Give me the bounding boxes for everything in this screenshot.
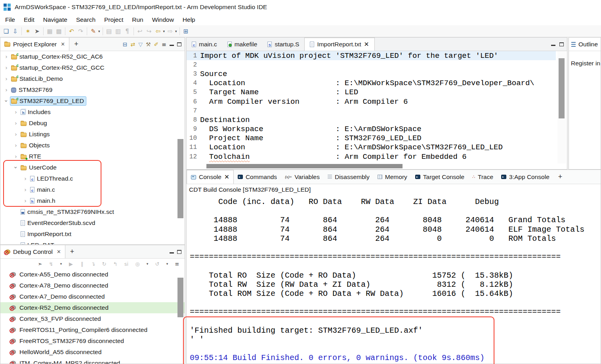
tree-expander-icon[interactable]: › bbox=[22, 198, 29, 204]
close-icon[interactable]: ✕ bbox=[224, 173, 229, 181]
tree-item[interactable]: EventRecorderStub.scvd bbox=[0, 217, 185, 229]
tab-debug-control[interactable]: Debug Control ✕ bbox=[0, 245, 65, 258]
annotate-icon-dropdown-arrow[interactable]: ▾ bbox=[98, 29, 100, 33]
tree-item[interactable]: cmsis_rte_STM32F769NIHx.sct bbox=[0, 206, 185, 217]
editor-line[interactable]: 3Source bbox=[187, 69, 556, 78]
editor-tab-startup-s[interactable]: startup.S bbox=[262, 38, 304, 51]
tree-item-body[interactable]: main.h bbox=[29, 196, 58, 206]
tab-project-explorer[interactable]: Project Explorer ✕ bbox=[0, 38, 69, 51]
tree-item-body[interactable]: ImportReport.txt bbox=[19, 229, 74, 239]
view-menu-icon[interactable]: ≡ bbox=[174, 259, 181, 269]
build-hammer-icon[interactable]: ⚒ bbox=[146, 41, 151, 48]
step-over-icon[interactable]: ↴ bbox=[90, 259, 97, 269]
console-output[interactable]: Code (inc. data) RO Data RW Data ZI Data… bbox=[187, 195, 601, 364]
tree-item[interactable]: ›main.c bbox=[0, 184, 185, 195]
tree-item[interactable]: ›STM32F769_LED_LED bbox=[0, 95, 185, 107]
console-tab-commands[interactable]: Commands bbox=[234, 170, 281, 184]
menu-navigate[interactable]: Navigate bbox=[39, 15, 72, 25]
debug-list-scrollbar[interactable] bbox=[177, 278, 183, 317]
editor-line[interactable]: 1Import of MDK uVision project 'STM32F76… bbox=[187, 51, 556, 60]
editor-vscroll-track[interactable] bbox=[557, 51, 566, 164]
annotate-icon[interactable]: ✎ bbox=[89, 27, 98, 36]
editor-line[interactable]: 7 bbox=[187, 106, 556, 115]
tree-item-body[interactable]: StaticLib_Demo bbox=[10, 74, 65, 84]
console-tab-target-console[interactable]: Target Console bbox=[411, 170, 468, 184]
menu-run[interactable]: Run bbox=[128, 15, 147, 25]
debug-launch-icon[interactable]: ✶ bbox=[23, 27, 32, 36]
tree-item-body[interactable]: UserCode bbox=[19, 163, 59, 172]
close-icon[interactable]: ✕ bbox=[364, 41, 369, 48]
tree-item[interactable]: ›Objects bbox=[0, 140, 185, 151]
console-tab-trace[interactable]: ∴Trace bbox=[468, 170, 497, 184]
debug-target-row[interactable]: Cortex_53_FVP disconnected bbox=[0, 313, 185, 324]
clean-icon[interactable]: ✐ bbox=[154, 41, 159, 48]
new-view-tab-button[interactable]: + bbox=[69, 38, 83, 51]
tree-item-body[interactable]: Debug bbox=[19, 118, 50, 128]
tree-item[interactable]: ›startup_Cortex-R52_GIC_AC6 bbox=[0, 51, 185, 62]
editor-content[interactable]: 1Import of MDK uVision project 'STM32F76… bbox=[187, 51, 556, 161]
editor-line[interactable]: 10 Project Name : STM32F769_LED_LED bbox=[187, 134, 556, 143]
forward-icon[interactable]: ⇨ bbox=[166, 27, 175, 36]
debug-target-row[interactable]: FreeRTOS11_Porting_Compiler6 disconnecte… bbox=[0, 324, 185, 335]
restart-icon[interactable]: ↺ bbox=[154, 259, 161, 269]
tree-expander-icon[interactable]: › bbox=[12, 109, 19, 115]
save-icon[interactable]: ▦ bbox=[45, 27, 54, 36]
editor-line[interactable]: 5 Target Name : LED bbox=[187, 88, 556, 97]
tree-item[interactable]: ›STM32F769 bbox=[0, 84, 185, 95]
tree-item-body[interactable]: startup_Cortex-R52_GIC_AC6 bbox=[10, 52, 105, 61]
menu-help[interactable]: Help bbox=[178, 15, 200, 25]
editor-line[interactable]: 11 Location : E:\ArmDSWorkSpace\STM32F76… bbox=[187, 143, 556, 152]
tree-expander-icon[interactable]: › bbox=[3, 87, 10, 93]
console-tab-memory[interactable]: Memory bbox=[374, 170, 411, 184]
back-icon[interactable]: ⇦ bbox=[154, 27, 163, 36]
tree-item-body[interactable]: Listings bbox=[19, 130, 52, 139]
view-menu-icon[interactable]: ≡ bbox=[162, 41, 166, 48]
disconnect-icon[interactable]: ↯ bbox=[48, 259, 55, 269]
redo-icon[interactable]: ↷ bbox=[76, 27, 85, 36]
debug-target-row[interactable]: HelloWorld_A55 disconnected bbox=[0, 347, 185, 358]
maximize-icon[interactable] bbox=[177, 42, 181, 46]
tree-expander-icon[interactable]: › bbox=[3, 97, 10, 105]
new-view-tab-button[interactable]: + bbox=[65, 245, 79, 258]
tree-item[interactable]: ›main.h bbox=[0, 195, 185, 206]
tree-item-body[interactable]: LEDThread.c bbox=[29, 174, 75, 183]
tree-item[interactable]: ›Debug bbox=[0, 118, 185, 129]
tree-expander-icon[interactable]: › bbox=[3, 65, 10, 71]
tree-expander-icon[interactable]: › bbox=[3, 53, 10, 60]
tree-item-body[interactable]: STM32F769 bbox=[10, 85, 55, 95]
close-icon[interactable]: ✕ bbox=[57, 249, 61, 255]
menu-edit[interactable]: Edit bbox=[19, 15, 39, 25]
tree-item[interactable]: ›StaticLib_Demo bbox=[0, 73, 185, 84]
console-tab-disassembly[interactable]: Disassembly bbox=[324, 170, 374, 184]
continue-icon[interactable]: ▶ bbox=[67, 259, 74, 269]
debug-target-row[interactable]: FreeRTOS_STM32F769 disconnected bbox=[0, 335, 185, 347]
console-tab-console[interactable]: Console✕ bbox=[187, 170, 234, 184]
debug-target-row[interactable]: Cortex-A7_Demo disconnected bbox=[0, 291, 185, 302]
close-icon[interactable]: ✕ bbox=[61, 41, 65, 47]
project-tree-scrollbar[interactable] bbox=[177, 139, 183, 218]
tree-item[interactable]: LED_BAT bbox=[0, 240, 185, 244]
tree-expander-icon[interactable]: › bbox=[12, 120, 19, 126]
open-element-icon[interactable]: ▤ bbox=[105, 27, 114, 36]
editor-line[interactable]: 2 bbox=[187, 60, 556, 69]
pause-icon[interactable]: ∥ bbox=[78, 259, 86, 269]
menu-window[interactable]: Window bbox=[148, 15, 178, 25]
open-perspective-icon[interactable]: ⊞ bbox=[181, 27, 191, 36]
connect-target-icon[interactable]: ➣ bbox=[36, 259, 44, 269]
console-tab-variables[interactable]: (x)=Variables bbox=[281, 170, 324, 184]
tree-item[interactable]: ›LEDThread.c bbox=[0, 173, 185, 184]
new-file-icon[interactable]: ❏ bbox=[2, 27, 11, 36]
editor-line[interactable]: 9 DS Workspace : E:\ArmDSWorkSpace bbox=[187, 125, 556, 134]
editor-line[interactable]: 8Destination bbox=[187, 115, 556, 124]
tree-selection[interactable]: STM32F769_LED_LED bbox=[10, 96, 86, 106]
minimize-icon[interactable] bbox=[170, 250, 174, 253]
tree-item[interactable]: ›RTE bbox=[0, 151, 185, 162]
open-resource-icon[interactable]: ▥ bbox=[114, 27, 123, 36]
tree-item-body[interactable]: startup_Cortex-R52_GIC_GCC bbox=[10, 63, 107, 72]
save-all-icon[interactable]: ▩ bbox=[54, 27, 63, 36]
menu-file[interactable]: File bbox=[1, 15, 19, 25]
breakpoint-menu-arrow-icon[interactable]: ▾ bbox=[145, 259, 150, 269]
tree-expander-icon[interactable]: › bbox=[22, 187, 29, 193]
next-edit-icon[interactable]: ↪ bbox=[145, 27, 154, 36]
tree-item[interactable]: ›Listings bbox=[0, 129, 185, 140]
